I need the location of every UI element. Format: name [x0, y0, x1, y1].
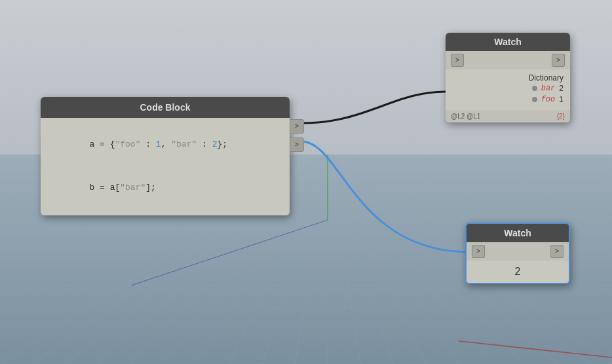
code-block-title: Code Block	[140, 102, 190, 113]
code-block-node: Code Block a = {"foo" : 1, "bar" : 2}; b…	[41, 97, 290, 215]
watch-1-body: Dictionary bar 2 foo 1	[446, 69, 570, 110]
dict-val-foo: 1	[559, 95, 564, 104]
code-block-body: a = {"foo" : 1, "bar" : 2}; b = a["bar"]…	[41, 118, 290, 215]
watch-2-port-left[interactable]: >	[472, 245, 485, 258]
canvas: Code Block a = {"foo" : 1, "bar" : 2}; b…	[0, 0, 612, 364]
watch-2-header: Watch	[467, 224, 569, 242]
watch-1-title: Watch	[494, 37, 521, 47]
dict-entry-bar: bar 2	[452, 84, 564, 93]
watch-1-list-level: @L2 @L1	[451, 113, 480, 120]
dict-dot-bar	[532, 86, 537, 91]
watch-1-count: {2}	[557, 113, 565, 120]
watch-1-header: Watch	[446, 33, 570, 51]
dict-entry-foo: foo 1	[452, 95, 564, 104]
dict-key-bar: bar	[541, 84, 556, 93]
dict-key-foo: foo	[541, 95, 556, 104]
watch-1-port-left[interactable]: >	[451, 54, 464, 67]
code-block-port-2[interactable]: >	[290, 137, 304, 152]
watch-2-title: Watch	[504, 228, 531, 238]
watch-2-port-right[interactable]: >	[550, 245, 564, 258]
code-block-header: Code Block	[41, 97, 290, 118]
code-block-port-1[interactable]: >	[290, 119, 304, 134]
watch-node-1: Watch > > Dictionary bar 2 foo 1 @L2 @L1…	[446, 33, 570, 122]
watch-node-2: Watch > > 2	[465, 223, 570, 284]
code-line-1: a = {"foo" : 1, "bar" : 2};	[48, 123, 282, 166]
code-line-2: b = a["bar"];	[48, 166, 282, 209]
watch-1-footer: @L2 @L1 {2}	[446, 110, 570, 122]
watch-1-port-row: > >	[446, 51, 570, 69]
watch-2-port-row: > >	[467, 242, 569, 261]
watch-1-port-right[interactable]: >	[552, 54, 565, 67]
dict-val-bar: 2	[559, 84, 564, 93]
dict-label: Dictionary	[452, 73, 564, 82]
dict-dot-foo	[532, 97, 537, 102]
watch-2-value: 2	[467, 261, 569, 283]
